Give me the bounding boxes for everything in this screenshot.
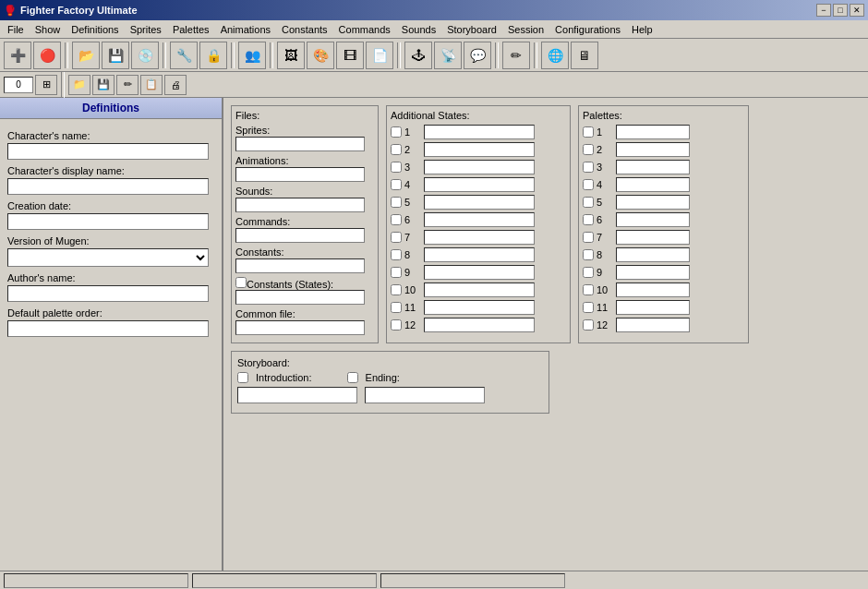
toolbar-btn-remove[interactable]: 🔴 bbox=[33, 42, 61, 69]
toolbar2-btn-copy[interactable]: 📋 bbox=[140, 75, 163, 95]
palette-checkbox-12[interactable] bbox=[583, 319, 594, 331]
ending-input[interactable] bbox=[365, 387, 485, 403]
files-checkbox-5[interactable] bbox=[235, 277, 247, 288]
introduction-input[interactable] bbox=[237, 387, 357, 403]
toolbar-btn-tools[interactable]: 🔧 bbox=[170, 42, 198, 69]
menu-item-animations[interactable]: Animations bbox=[215, 22, 276, 37]
field-input-palette-order[interactable] bbox=[7, 320, 209, 337]
toolbar2-btn-save2[interactable]: 💾 bbox=[92, 75, 115, 95]
menu-item-constants[interactable]: Constants bbox=[276, 22, 333, 37]
palette-input-3[interactable] bbox=[616, 160, 690, 174]
toolbar-btn-users[interactable]: 👥 bbox=[238, 42, 266, 69]
state-checkbox-3[interactable] bbox=[391, 162, 402, 173]
toolbar-btn-bubble[interactable]: 💬 bbox=[464, 42, 491, 69]
state-input-6[interactable] bbox=[424, 212, 535, 227]
number-toggle[interactable]: ⊞ bbox=[35, 75, 57, 95]
toolbar-btn-globe[interactable]: 🌐 bbox=[541, 42, 569, 69]
palette-checkbox-2[interactable] bbox=[583, 144, 594, 155]
toolbar-btn-signal[interactable]: 📡 bbox=[434, 42, 462, 69]
files-input-4[interactable] bbox=[235, 258, 365, 273]
maximize-button[interactable]: □ bbox=[833, 4, 848, 17]
state-input-4[interactable] bbox=[424, 177, 535, 192]
state-input-11[interactable] bbox=[424, 300, 535, 315]
palette-checkbox-10[interactable] bbox=[583, 284, 594, 295]
state-input-1[interactable] bbox=[424, 125, 535, 139]
state-checkbox-7[interactable] bbox=[391, 232, 402, 243]
toolbar-btn-palette[interactable]: 🎨 bbox=[307, 42, 334, 69]
state-checkbox-2[interactable] bbox=[391, 144, 402, 155]
palette-checkbox-9[interactable] bbox=[583, 267, 594, 278]
state-input-12[interactable] bbox=[424, 318, 535, 332]
state-checkbox-11[interactable] bbox=[391, 302, 402, 313]
palette-checkbox-6[interactable] bbox=[583, 214, 594, 225]
palette-input-7[interactable] bbox=[616, 230, 690, 245]
menu-item-session[interactable]: Session bbox=[502, 22, 549, 37]
state-checkbox-9[interactable] bbox=[391, 267, 402, 278]
palette-input-5[interactable] bbox=[616, 195, 690, 210]
palette-input-8[interactable] bbox=[616, 247, 690, 262]
field-input-author-name[interactable] bbox=[7, 285, 209, 302]
menu-item-storyboard[interactable]: Storyboard bbox=[441, 22, 502, 37]
introduction-checkbox[interactable] bbox=[237, 372, 248, 383]
field-input-char-name[interactable] bbox=[7, 143, 209, 160]
menu-item-configurations[interactable]: Configurations bbox=[549, 22, 626, 37]
close-button[interactable]: ✕ bbox=[850, 4, 864, 17]
files-input-5[interactable] bbox=[235, 290, 365, 305]
palette-input-4[interactable] bbox=[616, 177, 690, 192]
field-input-char-display-name[interactable] bbox=[7, 178, 209, 195]
palette-input-11[interactable] bbox=[616, 300, 690, 315]
palette-checkbox-7[interactable] bbox=[583, 232, 594, 243]
files-input-0[interactable] bbox=[235, 137, 365, 151]
menu-item-file[interactable]: File bbox=[2, 22, 30, 37]
toolbar-btn-gamepad[interactable]: 🕹 bbox=[404, 42, 432, 69]
toolbar2-btn-edit2[interactable]: ✏ bbox=[116, 75, 139, 95]
field-select-mugen-version[interactable] bbox=[7, 248, 209, 267]
state-input-2[interactable] bbox=[424, 142, 535, 157]
toolbar-btn-save-disk[interactable]: 💿 bbox=[131, 42, 159, 69]
menu-item-definitions[interactable]: Definitions bbox=[66, 22, 124, 37]
toolbar-btn-image[interactable]: 🖼 bbox=[277, 42, 305, 69]
palette-input-2[interactable] bbox=[616, 142, 690, 157]
menu-item-sprites[interactable]: Sprites bbox=[125, 22, 167, 37]
state-checkbox-10[interactable] bbox=[391, 284, 402, 295]
state-checkbox-12[interactable] bbox=[391, 319, 402, 331]
files-input-1[interactable] bbox=[235, 167, 365, 182]
palette-input-1[interactable] bbox=[616, 125, 690, 139]
field-input-creation-date[interactable] bbox=[7, 213, 209, 230]
menu-item-commands[interactable]: Commands bbox=[333, 22, 396, 37]
state-checkbox-6[interactable] bbox=[391, 214, 402, 225]
toolbar-btn-display[interactable]: 🖥 bbox=[571, 42, 598, 69]
menu-item-palettes[interactable]: Palettes bbox=[167, 22, 215, 37]
palette-checkbox-3[interactable] bbox=[583, 162, 594, 173]
toolbar-btn-lock[interactable]: 🔒 bbox=[199, 42, 227, 69]
state-input-5[interactable] bbox=[424, 195, 535, 210]
state-checkbox-4[interactable] bbox=[391, 179, 402, 190]
state-checkbox-1[interactable] bbox=[391, 126, 402, 138]
state-input-9[interactable] bbox=[424, 265, 535, 280]
menu-item-sounds[interactable]: Sounds bbox=[396, 22, 441, 37]
palette-checkbox-5[interactable] bbox=[583, 197, 594, 208]
state-input-8[interactable] bbox=[424, 247, 535, 262]
toolbar-btn-file[interactable]: 📄 bbox=[366, 42, 393, 69]
menu-item-help[interactable]: Help bbox=[626, 22, 658, 37]
palette-input-6[interactable] bbox=[616, 212, 690, 227]
menu-item-show[interactable]: Show bbox=[30, 22, 66, 37]
minimize-button[interactable]: − bbox=[816, 4, 831, 17]
palette-input-12[interactable] bbox=[616, 318, 690, 332]
state-checkbox-5[interactable] bbox=[391, 197, 402, 208]
toolbar-btn-edit[interactable]: ✏ bbox=[502, 42, 530, 69]
palette-checkbox-8[interactable] bbox=[583, 249, 594, 260]
palette-input-10[interactable] bbox=[616, 282, 690, 297]
palette-input-9[interactable] bbox=[616, 265, 690, 280]
state-checkbox-8[interactable] bbox=[391, 249, 402, 260]
toolbar-btn-save[interactable]: 💾 bbox=[102, 42, 129, 69]
palette-checkbox-1[interactable] bbox=[583, 126, 594, 138]
state-input-3[interactable] bbox=[424, 160, 535, 174]
state-input-7[interactable] bbox=[424, 230, 535, 245]
number-input[interactable] bbox=[4, 77, 33, 93]
toolbar2-btn-print[interactable]: 🖨 bbox=[164, 75, 187, 95]
toolbar-btn-open-folder[interactable]: 📂 bbox=[72, 42, 100, 69]
toolbar2-btn-open2[interactable]: 📁 bbox=[68, 75, 90, 95]
toolbar-btn-add[interactable]: ➕ bbox=[4, 42, 31, 69]
ending-checkbox[interactable] bbox=[347, 372, 358, 383]
